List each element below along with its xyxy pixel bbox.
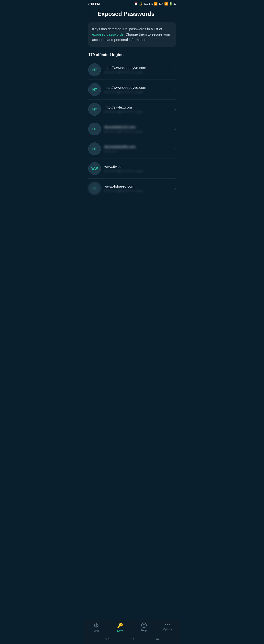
login-details: http://www.deepdyve.com ht••••••@•••••••… (104, 86, 171, 94)
avatar: WW (88, 162, 101, 175)
login-url: http://skyfex.com (104, 105, 171, 109)
list-item[interactable]: •• www.4shared.com ht••••••@••••••••.com… (84, 178, 180, 198)
section-title: 179 affected logins (84, 52, 180, 60)
login-list: HT http://www.deepdyve.com ht••••••@••••… (84, 60, 180, 198)
login-url: blurredsite123.com (104, 125, 171, 129)
login-masked: ht••••••@••••••••.com (104, 90, 171, 94)
list-item[interactable]: HT http://www.deepdyve.com ht••••••@••••… (84, 80, 180, 99)
chevron-right-icon: › (174, 87, 176, 92)
moon-icon: 🌙 (139, 2, 143, 6)
avatar: HT (88, 142, 101, 155)
status-bar: 9:15 PM ⏰ 🌙 60.0 B/S 📶 4G+ 📶 🔋 20 (84, 0, 180, 6)
info-card: Keys has detected 179 passwords in a lis… (88, 22, 176, 47)
network-type: 4G+ (159, 2, 163, 5)
avatar: HT (88, 123, 101, 136)
wifi-icon: 📶 (154, 2, 158, 6)
battery-icon: 🔋 (169, 2, 173, 6)
chevron-right-icon: › (174, 146, 176, 152)
header: ← Exposed Passwords (84, 6, 180, 20)
exposed-passwords-link[interactable]: exposed passwords (92, 32, 123, 36)
avatar: •• (88, 182, 101, 195)
battery-level: 20 (174, 2, 176, 5)
status-icons: ⏰ 🌙 60.0 B/S 📶 4G+ 📶 🔋 20 (134, 2, 176, 6)
signal-icon: 📶 (164, 2, 168, 6)
page-title: Exposed Passwords (97, 10, 155, 17)
login-masked: ht••••••@••••••••.com (104, 189, 171, 193)
login-masked: ht••••••@••••••••.com (104, 169, 171, 173)
login-masked: ht••••••@••••••••.com (104, 110, 171, 114)
avatar: HT (88, 83, 101, 96)
chevron-right-icon: › (174, 166, 176, 171)
chevron-right-icon: › (174, 186, 176, 191)
info-text-1: Keys has detected 179 passwords in a lis… (92, 27, 162, 31)
login-details: http://www.deepdyve.com ht••••••@•••••••… (104, 66, 171, 74)
login-details: blurredsite456.com ht•••••• (104, 145, 171, 153)
login-details: www.itv.com ht••••••@••••••••.com (104, 164, 171, 173)
login-masked: ht••••••@••••••••.com (104, 130, 171, 134)
chevron-right-icon: › (174, 126, 176, 132)
list-item[interactable]: HT http://skyfex.com ht••••••@••••••••.c… (84, 100, 180, 119)
back-button[interactable]: ← (88, 11, 94, 17)
list-item[interactable]: HT blurredsite456.com ht•••••• › (84, 139, 180, 158)
network-speed: 60.0 B/S (144, 2, 153, 5)
login-details: http://skyfex.com ht••••••@••••••••.com (104, 105, 171, 114)
chevron-right-icon: › (174, 107, 176, 112)
avatar: HT (88, 64, 101, 76)
login-url: blurredsite456.com (104, 145, 171, 149)
login-url: www.itv.com (104, 164, 171, 168)
login-masked: ht•••••• (104, 150, 171, 153)
chevron-right-icon: › (174, 67, 176, 72)
status-time: 9:15 PM (88, 2, 100, 6)
login-details: www.4shared.com ht••••••@••••••••.com (104, 184, 171, 193)
login-url: http://www.deepdyve.com (104, 66, 171, 70)
avatar: HT (88, 103, 101, 116)
alarm-icon: ⏰ (134, 2, 138, 6)
login-url: http://www.deepdyve.com (104, 86, 171, 90)
list-item[interactable]: HT http://www.deepdyve.com ht••••••@••••… (84, 60, 180, 80)
list-item[interactable]: WW www.itv.com ht••••••@••••••••.com › (84, 159, 180, 178)
list-item[interactable]: HT blurredsite123.com ht••••••@••••••••.… (84, 119, 180, 139)
login-url: www.4shared.com (104, 184, 171, 188)
login-details: blurredsite123.com ht••••••@••••••••.com (104, 125, 171, 134)
login-masked: ht••••••@••••••••.com (104, 70, 171, 74)
